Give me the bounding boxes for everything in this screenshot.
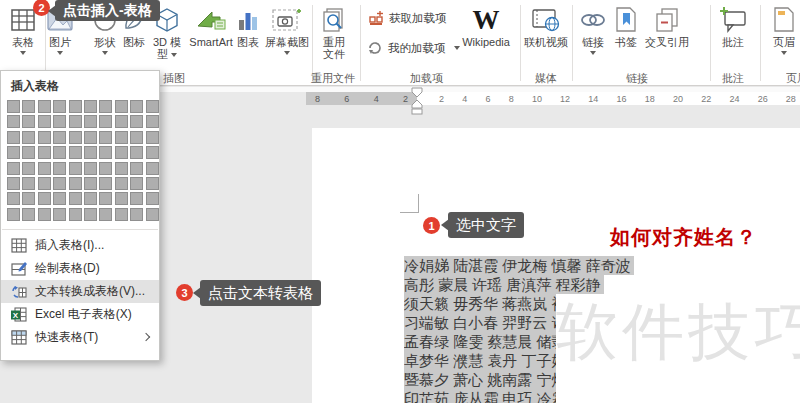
ruler-page-section[interactable]: 246810121416182022242628 — [417, 92, 800, 105]
comment-button[interactable]: 批注 — [714, 4, 752, 48]
chart-button[interactable]: 图表 — [234, 4, 262, 48]
table-grid-cell[interactable] — [115, 100, 128, 113]
table-grid-cell[interactable] — [22, 146, 35, 159]
table-grid-cell[interactable] — [69, 192, 82, 205]
table-grid-cell[interactable] — [146, 208, 159, 221]
my-addins-button[interactable]: 我的加载项 — [367, 40, 460, 56]
menu-item-excel-spreadsheet[interactable]: X Excel 电子表格(X) — [1, 303, 159, 326]
table-grid-cell[interactable] — [99, 177, 112, 190]
table-grid-cell[interactable] — [22, 162, 35, 175]
table-grid-cell[interactable] — [69, 146, 82, 159]
table-grid-cell[interactable] — [38, 162, 51, 175]
selected-text-line[interactable]: 孟春绿 隆雯 蔡慧晨 储翡 — [404, 332, 556, 351]
ruler-margin-section[interactable]: 8642 — [306, 92, 417, 105]
table-grid-cell[interactable] — [115, 115, 128, 128]
header-button[interactable]: 页眉 — [766, 4, 800, 55]
table-grid-cell[interactable] — [146, 177, 159, 190]
table-grid-cell[interactable] — [7, 115, 20, 128]
bookmark-button[interactable]: 书签 — [610, 4, 642, 48]
smartart-button[interactable]: SmartArt — [186, 4, 236, 48]
selected-text-block[interactable]: 冷娟娣 陆湛霞 伊龙梅 慎馨 薛奇波 高彤 蒙晨 许瑶 唐滇萍 程彩静 须天籁 … — [404, 256, 642, 403]
get-addins-button[interactable]: 获取加载项 — [369, 11, 447, 26]
table-grid-cell[interactable] — [38, 192, 51, 205]
table-grid-cell[interactable] — [7, 146, 20, 159]
table-grid-cell[interactable] — [53, 192, 66, 205]
table-grid-cell[interactable] — [69, 100, 82, 113]
table-grid-cell[interactable] — [84, 208, 97, 221]
table-grid-cell[interactable] — [38, 100, 51, 113]
table-grid-cell[interactable] — [7, 162, 20, 175]
table-grid-cell[interactable] — [69, 131, 82, 144]
table-grid-cell[interactable] — [146, 146, 159, 159]
table-grid-cell[interactable] — [53, 177, 66, 190]
table-grid-cell[interactable] — [130, 162, 143, 175]
table-grid-cell[interactable] — [115, 162, 128, 175]
table-grid-cell[interactable] — [146, 100, 159, 113]
table-grid-cell[interactable] — [84, 162, 97, 175]
cross-reference-button[interactable]: 交叉引用 — [644, 4, 690, 48]
table-grid-cell[interactable] — [130, 192, 143, 205]
table-grid-cell[interactable] — [115, 131, 128, 144]
table-grid-cell[interactable] — [130, 131, 143, 144]
table-grid-cell[interactable] — [22, 192, 35, 205]
table-grid-cell[interactable] — [99, 208, 112, 221]
menu-item-draw-table[interactable]: 绘制表格(D) — [1, 257, 159, 280]
table-grid-cell[interactable] — [115, 146, 128, 159]
selected-text-line[interactable]: 印芷茹 庞从霜 申巧 冷霜 — [404, 389, 556, 403]
table-grid-cell[interactable] — [7, 131, 20, 144]
online-video-button[interactable]: 联机视频 — [524, 4, 568, 48]
table-grid-cell[interactable] — [146, 115, 159, 128]
table-grid-cell[interactable] — [146, 192, 159, 205]
selected-text-line[interactable]: 冷娟娣 陆湛霞 伊龙梅 慎馨 薛奇波 — [404, 256, 642, 275]
table-grid-cell[interactable] — [130, 177, 143, 190]
menu-item-insert-table[interactable]: 插入表格(I)... — [1, 234, 159, 257]
table-grid-cell[interactable] — [38, 177, 51, 190]
table-grid-cell[interactable] — [99, 115, 112, 128]
table-grid-cell[interactable] — [22, 115, 35, 128]
link-button[interactable]: 链接 — [578, 4, 608, 55]
reuse-files-button[interactable]: 重用文件 — [314, 4, 354, 60]
selected-text-line[interactable]: 须天籁 毋秀华 蒋燕岚 裕云 — [404, 294, 556, 313]
selected-text-line[interactable]: 高彤 蒙晨 许瑶 唐滇萍 程彩静 — [404, 275, 640, 294]
table-grid-cell[interactable] — [69, 115, 82, 128]
table-grid-cell[interactable] — [22, 177, 35, 190]
table-grid-cell[interactable] — [84, 100, 97, 113]
table-grid-cell[interactable] — [99, 100, 112, 113]
table-grid-cell[interactable] — [53, 115, 66, 128]
table-grid-cell[interactable] — [38, 131, 51, 144]
table-grid-cell[interactable] — [38, 115, 51, 128]
selected-text-line[interactable]: 习端敏 白小春 羿野云 诸蓝 — [404, 313, 556, 332]
table-grid-cell[interactable] — [146, 162, 159, 175]
table-grid-cell[interactable] — [38, 208, 51, 221]
table-grid-cell[interactable] — [99, 162, 112, 175]
table-grid-cell[interactable] — [84, 115, 97, 128]
table-grid-cell[interactable] — [84, 177, 97, 190]
table-grid-cell[interactable] — [53, 100, 66, 113]
selected-text-line[interactable]: 暨慕夕 萧心 姚南露 宁灿 — [404, 370, 556, 389]
table-grid-cell[interactable] — [146, 131, 159, 144]
table-grid-cell[interactable] — [53, 146, 66, 159]
selected-text-line[interactable]: 卓梦华 濮慧 袁丹 丁子妍 — [404, 351, 556, 370]
table-grid-cell[interactable] — [130, 115, 143, 128]
table-grid-cell[interactable] — [7, 208, 20, 221]
table-grid-cell[interactable] — [22, 100, 35, 113]
table-grid-cell[interactable] — [99, 192, 112, 205]
table-grid-cell[interactable] — [130, 208, 143, 221]
menu-item-convert-text-to-table[interactable]: 文本转换成表格(V)... — [1, 280, 159, 303]
table-grid-cell[interactable] — [115, 192, 128, 205]
table-grid-cell[interactable] — [53, 131, 66, 144]
table-size-grid[interactable] — [1, 100, 159, 221]
table-grid-cell[interactable] — [84, 146, 97, 159]
table-grid-cell[interactable] — [69, 162, 82, 175]
indent-markers[interactable] — [410, 87, 424, 115]
table-grid-cell[interactable] — [7, 100, 20, 113]
table-grid-cell[interactable] — [84, 131, 97, 144]
table-grid-cell[interactable] — [69, 177, 82, 190]
table-grid-cell[interactable] — [7, 177, 20, 190]
screenshot-button[interactable]: 屏幕截图 — [262, 4, 312, 55]
table-grid-cell[interactable] — [69, 208, 82, 221]
table-grid-cell[interactable] — [53, 208, 66, 221]
table-grid-cell[interactable] — [115, 208, 128, 221]
table-grid-cell[interactable] — [53, 162, 66, 175]
table-grid-cell[interactable] — [84, 192, 97, 205]
